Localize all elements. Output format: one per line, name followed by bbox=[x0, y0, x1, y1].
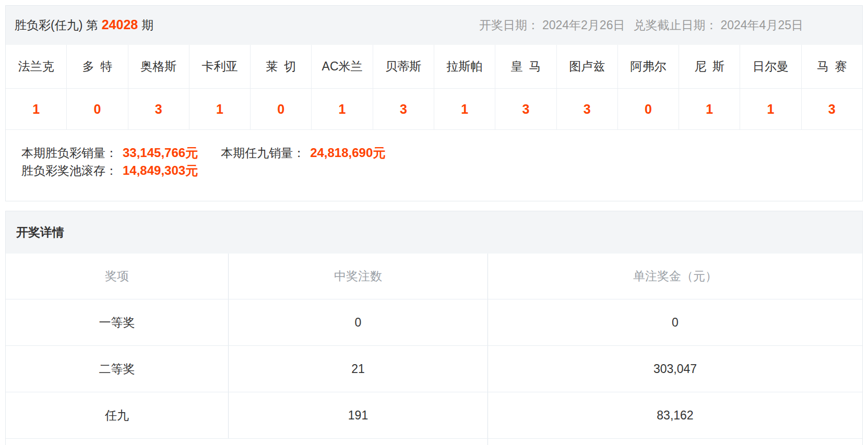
prize-name-cell: 一等奖 bbox=[6, 299, 229, 345]
details-section-title: 开奖详情 bbox=[16, 224, 64, 240]
sales-summary: 本期胜负彩销量：33,145,766元本期任九销量：24,818,690元 胜负… bbox=[6, 130, 862, 179]
prize-name-cell: 任九 bbox=[6, 392, 229, 438]
team-name-cell: 奥格斯 bbox=[128, 45, 189, 88]
sales-line-1: 本期胜负彩销量：33,145,766元本期任九销量：24,818,690元 bbox=[21, 144, 862, 162]
team-name-cell: 日尔曼 bbox=[740, 45, 801, 88]
column-header-prize: 奖项 bbox=[6, 254, 229, 299]
match-result-cell: 1 bbox=[6, 89, 67, 129]
match-result-cell: 1 bbox=[312, 89, 373, 129]
team-name-cell: 阿弗尔 bbox=[618, 45, 679, 88]
lottery-result-card: 胜负彩(任九) 第24028期 开奖日期：2024年2月26日兑奖截止日期：20… bbox=[5, 5, 863, 201]
deadline-label: 兑奖截止日期： bbox=[633, 18, 717, 32]
result-card-header: 胜负彩(任九) 第24028期 开奖日期：2024年2月26日兑奖截止日期：20… bbox=[6, 6, 862, 45]
match-result-cell: 1 bbox=[740, 89, 801, 129]
details-section-bar: 开奖详情 bbox=[6, 211, 862, 254]
draw-details-card: 开奖详情 奖项 中奖注数 单注奖金（元） 一等奖00二等奖21303,047任九… bbox=[5, 211, 863, 445]
match-result-cell: 1 bbox=[434, 89, 495, 129]
team-name-cell: 马 赛 bbox=[802, 45, 862, 88]
draw-dates: 开奖日期：2024年2月26日兑奖截止日期：2024年4月25日 bbox=[479, 17, 803, 33]
period-number: 24028 bbox=[102, 17, 138, 32]
prize-table-partial-row bbox=[6, 439, 862, 445]
column-header-amount: 单注奖金（元） bbox=[488, 254, 862, 299]
team-name-cell: 法兰克 bbox=[6, 45, 67, 88]
team-name-cell: 拉斯帕 bbox=[434, 45, 495, 88]
match-result-cell: 3 bbox=[128, 89, 189, 129]
team-name-cell: 卡利亚 bbox=[189, 45, 251, 88]
prize-amount-cell: 303,047 bbox=[488, 346, 862, 392]
match-result-cell: 0 bbox=[618, 89, 679, 129]
match-result-cell: 3 bbox=[495, 89, 556, 129]
prize-table-row: 一等奖00 bbox=[6, 299, 862, 346]
prize-amount-cell: 83,162 bbox=[488, 392, 862, 438]
prize-amount-cell: 0 bbox=[488, 299, 862, 345]
title-suffix: 期 bbox=[141, 18, 153, 32]
pool-label: 胜负彩奖池滚存： bbox=[21, 164, 117, 177]
team-name-cell: AC米兰 bbox=[312, 45, 373, 88]
deadline-value: 2024年4月25日 bbox=[720, 18, 803, 32]
r9-sales-label: 本期任九销量： bbox=[221, 146, 305, 160]
winner-count-cell: 191 bbox=[229, 392, 488, 438]
team-name-cell: 皇 马 bbox=[495, 45, 556, 88]
pool-value: 14,849,303元 bbox=[123, 163, 198, 177]
match-result-cell: 3 bbox=[802, 89, 862, 129]
winner-count-cell: 21 bbox=[229, 346, 488, 392]
team-name-cell: 贝蒂斯 bbox=[373, 45, 434, 88]
prize-name-cell: 二等奖 bbox=[6, 346, 229, 392]
results-row: 10310131330113 bbox=[6, 89, 862, 130]
teams-row: 法兰克多 特奥格斯卡利亚莱 切AC米兰贝蒂斯拉斯帕皇 马图卢兹阿弗尔尼 斯日尔曼… bbox=[6, 45, 862, 89]
title-prefix: 胜负彩(任九) 第 bbox=[15, 18, 98, 32]
team-name-cell: 多 特 bbox=[67, 45, 128, 88]
winner-count-cell: 0 bbox=[229, 299, 488, 345]
column-header-count: 中奖注数 bbox=[229, 254, 488, 299]
match-result-cell: 0 bbox=[251, 89, 312, 129]
prize-table-row: 任九19183,162 bbox=[6, 392, 862, 439]
prize-table-body: 一等奖00二等奖21303,047任九19183,162 bbox=[6, 299, 862, 439]
team-name-cell: 尼 斯 bbox=[679, 45, 740, 88]
prize-table-row: 二等奖21303,047 bbox=[6, 346, 862, 392]
match-result-cell: 3 bbox=[557, 89, 618, 129]
sales-line-2: 胜负彩奖池滚存：14,849,303元 bbox=[21, 162, 862, 179]
match-result-cell: 1 bbox=[189, 89, 251, 129]
match-result-cell: 1 bbox=[679, 89, 740, 129]
match-result-cell: 3 bbox=[373, 89, 434, 129]
match-result-cell: 0 bbox=[67, 89, 128, 129]
page-title: 胜负彩(任九) 第24028期 bbox=[15, 17, 153, 33]
draw-date-value: 2024年2月26日 bbox=[542, 18, 625, 32]
prize-table-header: 奖项 中奖注数 单注奖金（元） bbox=[6, 254, 862, 299]
team-name-cell: 莱 切 bbox=[251, 45, 312, 88]
draw-date-label: 开奖日期： bbox=[479, 18, 539, 32]
r9-sales-value: 24,818,690元 bbox=[310, 146, 385, 160]
sfc-sales-value: 33,145,766元 bbox=[123, 146, 198, 160]
team-name-cell: 图卢兹 bbox=[557, 45, 618, 88]
sfc-sales-label: 本期胜负彩销量： bbox=[21, 146, 117, 160]
